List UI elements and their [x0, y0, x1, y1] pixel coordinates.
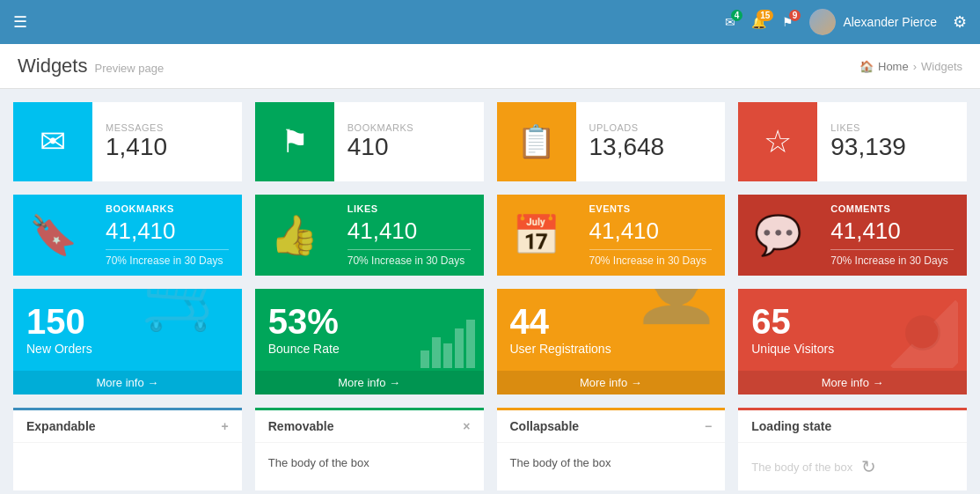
widget-removable-body: The body of the box — [255, 443, 484, 483]
settings-icon[interactable]: ⚙ — [953, 12, 967, 32]
action-box-bounce: 53% Bounce Rate More info → — [255, 289, 484, 394]
users-footer[interactable]: More info → — [497, 371, 726, 394]
uploads-label: UPLOADS — [589, 122, 665, 133]
messages-icon-area: ✉ — [13, 102, 92, 181]
comments-content: COMMENTS 41,410 70% Increase in 30 Days — [817, 195, 967, 276]
widget-collapsable-body-text: The body of the box — [510, 456, 611, 469]
bookmark-icon: 🔖 — [29, 212, 77, 258]
navbar: ☰ ✉ 4 🔔 15 ⚑ 9 Alexander Pierce ⚙ — [0, 0, 980, 44]
mail-nav-icon[interactable]: ✉ 4 — [725, 15, 735, 29]
cart-icon: 🛒 — [139, 289, 238, 335]
widget-expandable: Expandable + — [13, 408, 242, 490]
action-box-visitors: 65 Unique Visitors More info → — [738, 289, 967, 394]
page-subtitle: Preview page — [94, 62, 164, 75]
widget-collapsable: Collapsable − The body of the box — [497, 408, 726, 490]
navbar-right: ✉ 4 🔔 15 ⚑ 9 Alexander Pierce ⚙ — [725, 9, 967, 35]
info-box-events: 📅 EVENTS 41,410 70% Increase in 30 Days — [497, 195, 726, 276]
thumbsup-icon: 👍 — [270, 212, 318, 258]
avatar — [809, 9, 836, 35]
messages-icon: ✉ — [40, 123, 66, 160]
widget-loading-header: Loading state — [738, 410, 967, 443]
breadcrumb-home[interactable]: Home — [878, 60, 909, 73]
breadcrumb: 🏠 Home › Widgets — [859, 60, 962, 73]
stat-box-messages: ✉ MESSAGES 1,410 — [13, 102, 242, 181]
likes-value: 93,139 — [830, 133, 906, 161]
comments-icon-area: 💬 — [738, 195, 817, 276]
uploads-icon-area: 📋 — [497, 102, 576, 181]
likes2-title: LIKES — [347, 203, 471, 214]
messages-label: MESSAGES — [106, 122, 167, 133]
main-content: ✉ MESSAGES 1,410 ⚑ BOOKMARKS 410 📋 UPLOA… — [0, 89, 980, 494]
loading-spinner-icon: ↻ — [861, 456, 876, 477]
close-icon[interactable]: × — [463, 419, 470, 433]
avatar-image — [809, 9, 836, 35]
likes-info: LIKES 93,139 — [817, 102, 919, 181]
bookmarks2-desc: 70% Increase in 30 Days — [106, 254, 229, 267]
stat-box-bookmarks: ⚑ BOOKMARKS 410 — [255, 102, 484, 181]
info-row: 🔖 BOOKMARKS 41,410 70% Increase in 30 Da… — [13, 195, 967, 276]
uploads-info: UPLOADS 13,648 — [576, 102, 678, 181]
widget-removable-header: Removable × — [255, 410, 484, 443]
bookmarks-value: 410 — [347, 133, 413, 161]
action-row: 150 New Orders 🛒 More info → 53% Bounce … — [13, 289, 967, 394]
stat-box-uploads: 📋 UPLOADS 13,648 — [497, 102, 726, 181]
page-title-wrap: Widgets Preview page — [18, 55, 164, 77]
widget-loading-body: The body of the box ↻ — [738, 443, 967, 490]
info-box-likes: 👍 LIKES 41,410 70% Increase in 30 Days — [255, 195, 484, 276]
info-box-bookmarks: 🔖 BOOKMARKS 41,410 70% Increase in 30 Da… — [13, 195, 242, 276]
likes2-desc: 70% Increase in 30 Days — [347, 254, 471, 267]
pie-chart-icon — [888, 298, 958, 371]
stat-box-likes: ☆ LIKES 93,139 — [738, 102, 967, 181]
bookmarks-info: BOOKMARKS 410 — [334, 102, 427, 181]
user-add-icon: 👤 — [633, 289, 720, 327]
bell-nav-icon[interactable]: 🔔 15 — [751, 15, 766, 29]
user-name: Alexander Pierce — [843, 15, 937, 29]
orders-footer[interactable]: More info → — [13, 371, 242, 394]
users-footer-text: More info → — [580, 376, 642, 389]
mail-badge: 4 — [731, 10, 743, 21]
bounce-footer-text: More info → — [338, 376, 400, 389]
chat-icon: 💬 — [754, 212, 802, 258]
messages-info: MESSAGES 1,410 — [92, 102, 180, 181]
likes-label: LIKES — [830, 122, 906, 133]
widget-loading: Loading state The body of the box ↻ — [738, 408, 967, 490]
widget-removable-body-text: The body of the box — [268, 456, 369, 469]
stats-row: ✉ MESSAGES 1,410 ⚑ BOOKMARKS 410 📋 UPLOA… — [13, 102, 967, 181]
bookmarks2-content: BOOKMARKS 41,410 70% Increase in 30 Days — [92, 195, 242, 276]
likes2-content: LIKES 41,410 70% Increase in 30 Days — [334, 195, 484, 276]
bookmarks2-value: 41,410 — [106, 218, 229, 250]
likes2-icon-area: 👍 — [255, 195, 334, 276]
flag-badge: 9 — [789, 10, 801, 21]
widget-removable-title: Removable — [268, 419, 334, 433]
bookmarks-icon-area: ⚑ — [255, 102, 334, 181]
flag-nav-icon[interactable]: ⚑ 9 — [782, 15, 794, 29]
bookmarks2-title: BOOKMARKS — [106, 203, 229, 214]
widget-loading-title: Loading state — [751, 419, 831, 433]
comments-value: 41,410 — [830, 218, 954, 250]
events-icon-area: 📅 — [497, 195, 576, 276]
calendar-icon: 📅 — [512, 212, 560, 258]
uploads-icon: 📋 — [516, 123, 556, 160]
collapse-icon[interactable]: − — [705, 419, 712, 433]
visitors-footer-text: More info → — [822, 376, 884, 389]
breadcrumb-separator: › — [913, 60, 917, 73]
events-title: EVENTS — [589, 203, 713, 214]
expand-icon[interactable]: + — [222, 419, 229, 433]
navbar-left: ☰ — [13, 12, 27, 32]
widget-expandable-header: Expandable + — [13, 410, 242, 443]
bounce-footer[interactable]: More info → — [255, 371, 484, 394]
orders-footer-text: More info → — [96, 376, 158, 389]
events-value: 41,410 — [589, 218, 713, 250]
comments-title: COMMENTS — [830, 203, 954, 214]
visitors-footer[interactable]: More info → — [738, 371, 967, 394]
user-menu[interactable]: Alexander Pierce — [809, 9, 937, 35]
breadcrumb-home-icon: 🏠 — [859, 60, 874, 73]
events-desc: 70% Increase in 30 Days — [589, 254, 713, 267]
widget-collapsable-title: Collapsable — [510, 419, 580, 433]
comments-desc: 70% Increase in 30 Days — [830, 254, 954, 267]
hamburger-icon[interactable]: ☰ — [13, 12, 27, 32]
bookmarks-icon: ⚑ — [281, 123, 309, 160]
widget-collapsable-body: The body of the box — [497, 443, 726, 483]
widget-row: Expandable + Removable × The body of the… — [13, 408, 967, 490]
events-content: EVENTS 41,410 70% Increase in 30 Days — [576, 195, 726, 276]
